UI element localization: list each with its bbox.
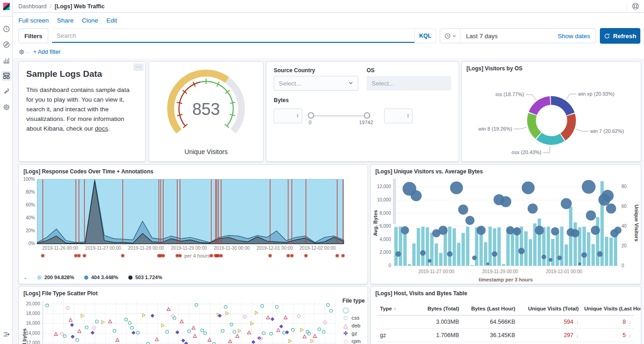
menu-clone[interactable]: Clone xyxy=(82,17,98,24)
table-cell: 4↓ xyxy=(581,342,634,344)
legend-collapse-icon[interactable]: ⌄ xyxy=(23,275,27,280)
docs-link[interactable]: docs xyxy=(95,125,108,132)
drilldown-arrow-icon[interactable]: ↓ xyxy=(576,319,579,325)
drilldown-arrow-icon[interactable]: ↓ xyxy=(629,319,632,325)
legend-item-503[interactable]: 503 1.724% xyxy=(128,275,162,280)
column-header-unique-visits-total-[interactable]: Unique Visits (Total) xyxy=(518,302,581,315)
scatter-point xyxy=(95,320,98,323)
time-range-value[interactable]: Last 7 days xyxy=(460,33,498,40)
management-gear-icon[interactable] xyxy=(1,102,12,112)
panel-options-icon[interactable]: ··· xyxy=(133,63,144,71)
legend-item-200[interactable]: 200 94.828% xyxy=(37,275,74,280)
help-lifebuoy-icon[interactable] xyxy=(632,2,639,10)
bubble xyxy=(513,227,521,235)
legend-item-css[interactable]: □css xyxy=(342,314,365,321)
bar xyxy=(524,231,528,266)
filter-options-button[interactable]: – xyxy=(18,49,29,55)
column-header-bytes-total-[interactable]: Bytes (Total) xyxy=(412,302,462,315)
legend-dot xyxy=(128,275,132,280)
source-country-select[interactable]: Select... xyxy=(274,76,358,91)
svg-text:win xp (20.93%): win xp (20.93%) xyxy=(578,91,615,97)
left-nav-rail xyxy=(0,0,13,344)
svg-text:Avg. Bytes: Avg. Bytes xyxy=(373,210,378,236)
scatter-point xyxy=(176,332,178,333)
scatter-point xyxy=(287,332,289,333)
column-header-unique-visits-last-hour-[interactable]: Unique Visits (Last Hour) xyxy=(581,302,634,315)
svg-text:transferred bytes: transferred bytes xyxy=(22,328,27,344)
search-input[interactable] xyxy=(52,29,414,43)
kibana-logo-icon[interactable] xyxy=(2,2,11,12)
donut-chart[interactable]: win xp (20.93%)win 7 (20.62%)osx (20.43%… xyxy=(462,73,641,161)
show-dates-link[interactable]: Show dates xyxy=(558,33,596,40)
legend-item-deb[interactable]: △deb xyxy=(342,321,365,329)
scatter-point xyxy=(220,315,222,317)
slider-track xyxy=(311,115,367,116)
stepper-arrows-icon[interactable]: ▲▼ xyxy=(296,114,299,118)
timepicker-clock-button[interactable] xyxy=(440,29,460,43)
svg-text:40%: 40% xyxy=(26,215,35,220)
os-select[interactable]: Select... xyxy=(367,76,451,91)
svg-text:100%: 100% xyxy=(23,177,35,182)
scatter-point xyxy=(228,340,231,343)
svg-text:20,000: 20,000 xyxy=(26,301,40,306)
gauge-chart[interactable]: 853 xyxy=(149,62,263,145)
legend-item-blank[interactable]: ◯ xyxy=(342,306,365,314)
legend-shape-icon: □ xyxy=(342,315,349,321)
slider-handle-max[interactable] xyxy=(364,112,370,119)
panel-title: [Logs] File Type Scatter Plot xyxy=(19,287,368,298)
add-filter-link[interactable]: + Add filter xyxy=(33,49,60,55)
drilldown-arrow-icon[interactable]: ↓ xyxy=(576,333,579,338)
bar xyxy=(592,244,595,266)
bytes-min-input[interactable]: ▲▼ xyxy=(274,109,302,123)
slider-handle-min[interactable] xyxy=(308,112,314,119)
kql-button[interactable]: KQL xyxy=(414,29,436,43)
menu-share[interactable]: Share xyxy=(57,17,74,24)
bar xyxy=(582,227,586,266)
dashboard-icon[interactable] xyxy=(1,71,12,81)
bytes-max-input[interactable]: ▲▼ xyxy=(384,109,413,123)
legend-dot xyxy=(37,275,41,280)
table-cell: css xyxy=(377,342,412,344)
pie-slice-osx xyxy=(536,132,565,145)
response-codes-chart[interactable]: 0%20%40%60%80%100%2019-11-26 00:002019-1… xyxy=(19,176,361,268)
visitors-bytes-chart[interactable]: 02,0004,0006,0008,00010,00012,0000204060… xyxy=(371,176,640,284)
menu-full-screen[interactable]: Full screen xyxy=(18,17,49,24)
dev-tools-wrench-icon[interactable] xyxy=(1,86,12,97)
filters-button[interactable]: Filters xyxy=(18,29,48,43)
refresh-button[interactable]: Refresh xyxy=(600,28,640,44)
scatter-point xyxy=(109,320,112,323)
bar xyxy=(564,245,568,266)
scatter-point xyxy=(54,333,58,336)
table-cell: 1.706MB xyxy=(412,329,462,342)
visualize-chart-icon[interactable] xyxy=(1,55,12,65)
svg-text:20%: 20% xyxy=(26,228,35,233)
panel-file-type-scatter: [Logs] File Type Scatter Plot 20,00018,0… xyxy=(18,286,368,344)
svg-text:2019-11-29 00:00: 2019-11-29 00:00 xyxy=(171,246,207,251)
column-header-type[interactable]: Type↑ xyxy=(377,302,412,315)
scatter-point xyxy=(193,334,196,338)
breadcrumb-dashboard[interactable]: Dashboard xyxy=(18,3,46,10)
discover-compass-icon[interactable] xyxy=(1,40,12,50)
scroll-thumb[interactable] xyxy=(393,178,396,224)
stepper-arrows-icon[interactable]: ▲▼ xyxy=(407,114,409,118)
bubble xyxy=(528,204,538,214)
legend-item-rpm[interactable]: ◇rpm xyxy=(342,337,365,344)
file-type-scatter-chart[interactable]: 20,00018,00016,00014,00012,00010,000tran… xyxy=(19,298,341,344)
scatter-point xyxy=(247,331,251,334)
table-row: css1.416MB22.165KB261↓4↓ xyxy=(377,342,634,344)
filter-row: – + Add filter xyxy=(13,45,644,59)
menu-edit[interactable]: Edit xyxy=(106,17,117,24)
legend-item-gz[interactable]: ✤gz xyxy=(342,329,365,337)
legend-item-404[interactable]: 404 3.448% xyxy=(84,275,118,280)
slider-max-label: 19742 xyxy=(359,120,373,125)
source-country-label: Source Country xyxy=(274,67,358,74)
filter-gear-caret: – xyxy=(26,49,29,55)
collapse-menu-icon[interactable] xyxy=(1,329,12,339)
recently-viewed-icon[interactable] xyxy=(1,24,12,34)
legend-shape-icon: △ xyxy=(342,322,349,329)
column-header-bytes-last-hour-[interactable]: Bytes (Last Hour) xyxy=(462,302,518,315)
table-row: 3.003MB64.566KB594↓8↓ xyxy=(377,315,634,329)
drilldown-arrow-icon[interactable]: ↓ xyxy=(629,333,632,338)
bubble xyxy=(450,181,463,194)
scatter-point xyxy=(233,330,236,333)
